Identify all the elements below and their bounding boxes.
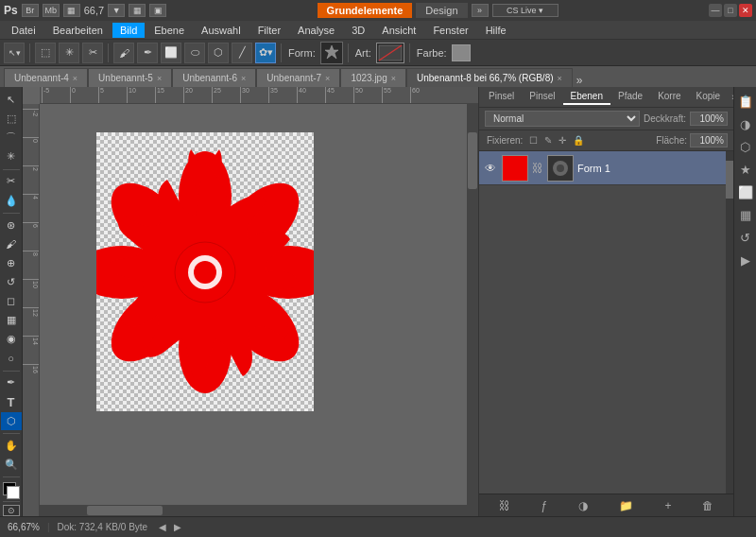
fr-style-btn[interactable]: ★: [735, 159, 756, 180]
color-swatch[interactable]: [452, 44, 471, 61]
pen-left[interactable]: ✒: [1, 373, 22, 391]
opacity-value[interactable]: 100%: [690, 112, 728, 126]
crop-tool[interactable]: ✂: [82, 43, 103, 63]
fr-layers-btn[interactable]: 📋: [735, 91, 756, 112]
menu-ansicht[interactable]: Ansicht: [374, 23, 423, 38]
overflow-btn[interactable]: »: [472, 4, 489, 17]
tab-unbenannt5[interactable]: Unbenannt-5 ×: [88, 68, 172, 87]
panel-tab-kopie[interactable]: Kopie: [689, 89, 729, 105]
shape-tool[interactable]: ⬜: [161, 43, 181, 63]
eraser-tool[interactable]: ◻: [1, 292, 22, 310]
text-tool[interactable]: T: [1, 393, 22, 411]
nav-right-btn[interactable]: ▶: [174, 522, 181, 532]
magic-wand-tool[interactable]: ✳: [59, 43, 79, 63]
new-group-btn[interactable]: 📁: [615, 499, 637, 512]
brush-tool[interactable]: 🖌: [113, 43, 134, 63]
menu-fenster[interactable]: Fenster: [425, 23, 475, 38]
fr-history-btn[interactable]: ↺: [735, 227, 756, 248]
canvas-document[interactable]: [96, 132, 314, 411]
menu-auswahl[interactable]: Auswahl: [194, 23, 249, 38]
link-layers-btn[interactable]: ⛓: [495, 499, 514, 512]
polygon-tool[interactable]: ⬡: [208, 43, 229, 63]
dodge-tool[interactable]: ○: [1, 349, 22, 367]
lock-all-btn[interactable]: 🔒: [571, 135, 586, 146]
background-color[interactable]: [7, 486, 20, 499]
magic-wand-left[interactable]: ✳: [1, 147, 22, 165]
panel-tab-pinsel2[interactable]: Pinsel: [522, 89, 562, 105]
bridge-btn[interactable]: Br: [22, 4, 39, 17]
quick-mask-btn[interactable]: ⊙: [3, 505, 20, 516]
layer-visibility-btn[interactable]: 👁: [483, 161, 498, 176]
spot-heal-tool[interactable]: ⊛: [1, 217, 22, 234]
tab-close[interactable]: ×: [241, 74, 246, 83]
panel-tab-pfade[interactable]: Pfade: [610, 89, 650, 105]
tab-1023[interactable]: 1023.jpg ×: [340, 68, 406, 87]
history-brush[interactable]: ↺: [1, 273, 22, 291]
tab-close[interactable]: ×: [391, 74, 396, 83]
color-swatches[interactable]: [1, 480, 22, 498]
blur-tool[interactable]: ◉: [1, 330, 22, 348]
fr-mask-btn[interactable]: ⬡: [735, 136, 756, 157]
brush-left[interactable]: 🖌: [1, 235, 22, 253]
line-tool[interactable]: ╱: [232, 43, 252, 63]
gradient-tool[interactable]: ▦: [1, 311, 22, 329]
select-tool[interactable]: ↖▾: [4, 43, 25, 63]
design-btn[interactable]: Design: [416, 3, 467, 18]
delete-layer-btn[interactable]: 🗑: [698, 499, 717, 512]
maximize-btn[interactable]: □: [724, 4, 737, 17]
close-btn[interactable]: ✕: [739, 4, 752, 17]
v-scroll-thumb[interactable]: [468, 132, 477, 189]
clone-tool[interactable]: ⊕: [1, 254, 22, 272]
layers-scrollbar[interactable]: [726, 151, 733, 494]
screen-btn[interactable]: ▣: [149, 4, 166, 17]
arrange-btn[interactable]: ▦: [63, 4, 80, 17]
mode-badge[interactable]: Grundelemente: [318, 3, 413, 18]
zoom-tool[interactable]: 🔍: [1, 456, 22, 474]
add-style-btn[interactable]: ƒ: [538, 499, 552, 512]
fr-action-btn[interactable]: ▶: [735, 250, 756, 270]
form-preview[interactable]: [320, 42, 343, 64]
new-layer-btn[interactable]: +: [661, 499, 675, 512]
nav-left-btn[interactable]: ◀: [159, 522, 166, 532]
arrange2-btn[interactable]: ▦: [129, 4, 146, 17]
tab-unbenannt8[interactable]: Unbenannt-8 bei 66,7% (RGB/8) ×: [406, 68, 573, 87]
lasso-tool-left[interactable]: ⌒: [1, 129, 22, 147]
tab-close[interactable]: ×: [157, 74, 162, 83]
minimize-btn[interactable]: —: [709, 4, 722, 17]
tab-close[interactable]: ×: [558, 74, 562, 83]
h-scroll-thumb[interactable]: [87, 506, 163, 515]
fr-adjust-btn[interactable]: ◑: [735, 113, 756, 134]
cs-live-btn[interactable]: CS Live ▾: [492, 4, 558, 17]
move-tool[interactable]: ↖: [1, 91, 22, 109]
menu-hilfe[interactable]: Hilfe: [478, 23, 514, 38]
panel-tab-korre[interactable]: Korre: [650, 89, 688, 105]
menu-filter[interactable]: Filter: [250, 23, 288, 38]
zoom-arrow[interactable]: ▼: [108, 4, 125, 17]
lock-gradient-btn[interactable]: ✎: [542, 135, 554, 146]
menu-bild[interactable]: Bild: [112, 23, 145, 38]
layer-link-icon[interactable]: ⛓: [532, 162, 543, 175]
blend-mode-select[interactable]: Normal: [485, 111, 640, 127]
rect-select-tool[interactable]: ⬚: [1, 110, 22, 128]
layer-item-form1[interactable]: 👁 ⛓ Form: [479, 151, 733, 185]
mini-btn[interactable]: Mb: [43, 4, 60, 17]
layers-scrollbar-thumb[interactable]: [726, 161, 733, 199]
crop-left[interactable]: ✂: [1, 172, 22, 190]
menu-3d[interactable]: 3D: [344, 23, 372, 38]
panel-tab-ebenen[interactable]: Ebenen: [563, 89, 610, 105]
ellipse-tool[interactable]: ⬭: [184, 43, 205, 63]
lock-move-btn[interactable]: ✛: [557, 135, 568, 146]
eyedropper-tool[interactable]: 💧: [1, 192, 22, 210]
tab-close[interactable]: ×: [73, 74, 77, 83]
menu-ebene[interactable]: Ebene: [146, 23, 192, 38]
tab-unbenannt7[interactable]: Unbenannt-7 ×: [256, 68, 340, 87]
lasso-tool[interactable]: ⬚: [35, 43, 56, 63]
hand-tool[interactable]: ✋: [1, 437, 22, 455]
menu-datei[interactable]: Datei: [4, 23, 43, 38]
fill-value[interactable]: 100%: [690, 133, 728, 147]
tab-overflow-arrow[interactable]: »: [573, 74, 587, 87]
tab-unbenannt6[interactable]: Unbenannt-6 ×: [172, 68, 256, 87]
custom-shape-tool[interactable]: ✿▾: [255, 43, 276, 63]
fr-swatch-btn[interactable]: ▦: [735, 204, 756, 225]
tab-close[interactable]: ×: [325, 74, 330, 83]
